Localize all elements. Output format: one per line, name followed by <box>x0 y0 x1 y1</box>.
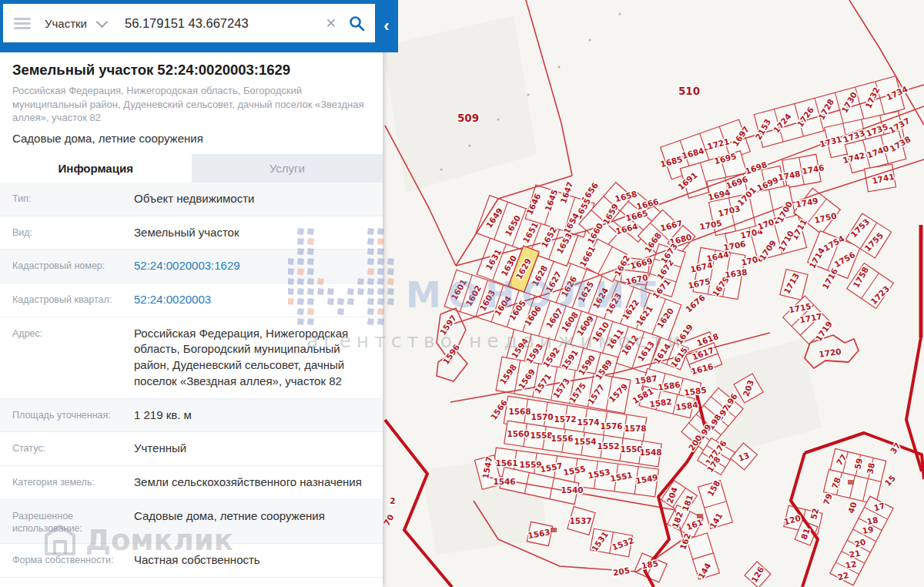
page-title: Земельный участок 52:24:0020003:1629 <box>12 62 370 79</box>
info-row: Категория земель:Земли сельскохозяйствен… <box>0 466 383 500</box>
info-row-label: Кадастровый квартал: <box>12 292 134 308</box>
info-row-label: Кадастровый номер: <box>12 258 134 274</box>
cadastral-map[interactable]: 5095102153172417261728173017321734168516… <box>383 0 924 587</box>
info-row: Форма собственности:Частная собственност… <box>0 544 383 578</box>
parcel-label[interactable]: 1576 <box>600 421 622 431</box>
info-panel: Земельный участок 52:24:0020003:1629 Рос… <box>0 0 383 587</box>
info-row-value: Земли сельскохозяйственного назначения <box>134 475 362 491</box>
parcel-label[interactable]: 15 <box>882 473 897 488</box>
building-footprint <box>848 480 854 485</box>
info-row: Площадь уточненная:1 219 кв. м <box>0 399 383 433</box>
parcel-label[interactable]: 1552 <box>597 441 619 451</box>
info-row-value[interactable]: 52:24:0020003 <box>134 292 211 308</box>
parcel-label[interactable]: 21 <box>849 548 861 559</box>
info-row-value: Российская Федерация, Нижегородская обла… <box>134 326 370 390</box>
search-header: Участки ✕ ‹ <box>0 0 398 52</box>
parcel-label[interactable]: 38 <box>865 462 876 475</box>
parcel-label[interactable]: 1574 <box>577 418 599 427</box>
survey-point <box>618 12 621 15</box>
info-row: Адрес:Российская Федерация, Нижегородска… <box>0 317 383 399</box>
parcel-label[interactable]: 1556 <box>551 434 573 443</box>
info-row-value[interactable]: 52:24:0020003:1629 <box>134 258 240 274</box>
parcel-label[interactable]: 1554 <box>574 437 596 446</box>
parcel-label[interactable]: 1540 <box>561 485 583 495</box>
parcel-label[interactable]: 1558 <box>530 431 552 440</box>
parcel-label[interactable]: 2 <box>390 496 395 505</box>
parcel-label[interactable]: 205 <box>612 565 631 578</box>
survey-point <box>440 168 442 170</box>
usage-text: Садовые дома, летние сооружения <box>12 132 370 145</box>
terrain-patch <box>383 15 537 193</box>
info-row-label: Статус: <box>12 441 134 457</box>
info-row-label: Вид: <box>12 225 134 241</box>
parcel-label[interactable]: 1578 <box>624 424 646 433</box>
tab-information[interactable]: Информация <box>0 154 192 183</box>
info-row-value: Садовые дома, летние сооружения <box>134 508 325 535</box>
survey-point <box>497 118 499 120</box>
parcel-label[interactable]: 1597 <box>437 313 458 337</box>
parcel-label[interactable]: 510 <box>678 85 700 97</box>
survey-point <box>527 93 529 96</box>
parcel-label[interactable]: 1546 <box>493 477 515 486</box>
parcel-label[interactable]: 1537 <box>569 516 591 525</box>
tab-services[interactable]: Услуги <box>192 154 383 183</box>
tab-bar: Информация Услуги <box>0 154 383 183</box>
info-row-label: Форма собственности: <box>12 552 134 569</box>
building-footprint <box>551 528 557 532</box>
parcel-summary: Земельный участок 52:24:0020003:1629 Рос… <box>0 52 383 171</box>
info-row: Кадастровый квартал:52:24:0020003 <box>0 283 383 317</box>
survey-point <box>557 65 560 68</box>
parcel-label[interactable]: 1716 <box>820 267 839 290</box>
parcel-label[interactable]: 12 <box>845 559 857 570</box>
info-row: Статус:Учтенный <box>0 432 383 466</box>
parcel-label[interactable]: 1720 <box>819 347 842 359</box>
info-row-value: 1 219 кв. м <box>134 408 192 424</box>
parcel-label[interactable]: 1676 <box>684 293 707 314</box>
hamburger-menu-button[interactable] <box>14 15 31 32</box>
info-row-value: Частная собственность <box>134 552 260 569</box>
parcel-label[interactable]: 70 <box>383 513 396 528</box>
parcel-label[interactable]: 509 <box>457 112 479 124</box>
parcel-label[interactable]: 1596 <box>440 342 461 366</box>
parcel-label[interactable]: 59 <box>853 458 864 470</box>
parcel-label[interactable]: 1560 <box>507 429 529 438</box>
info-rows: Тип:Объект недвижимостиВид:Земельный уча… <box>0 183 383 578</box>
survey-point <box>588 39 591 41</box>
parcel-label[interactable]: 40 <box>846 501 859 515</box>
info-row: Вид:Земельный участок <box>0 216 383 250</box>
search-input[interactable] <box>123 15 326 32</box>
info-row-value: Объект недвижимости <box>134 191 254 207</box>
info-row-label: Категория земель: <box>12 475 134 491</box>
search-category-dropdown[interactable]: Участки <box>45 17 87 30</box>
cadastral-map-svg[interactable]: 5095102153172417261728173017321734168516… <box>383 0 924 587</box>
parcel-label[interactable]: 1570 <box>531 412 553 421</box>
info-row-label: Адрес: <box>12 326 134 390</box>
parcel-label[interactable]: 1568 <box>508 407 531 416</box>
parcel-label[interactable]: 19 <box>862 525 874 535</box>
parcel-label[interactable]: 1572 <box>554 414 576 424</box>
info-row: Кадастровый номер:52:24:0020003:1629 <box>0 250 383 283</box>
info-row-label: Разрешенное использование: <box>12 508 134 535</box>
info-row: Тип:Объект недвижимости <box>0 183 383 216</box>
info-row: Разрешенное использование:Садовые дома, … <box>0 500 383 545</box>
info-row-value: Учтенный <box>134 441 186 457</box>
address-subtitle: Российская Федерация, Нижегородская обла… <box>12 84 370 125</box>
parcel-label[interactable]: 1559 <box>519 460 541 469</box>
info-row-label: Тип: <box>12 191 134 207</box>
chevron-down-icon <box>96 15 109 28</box>
collapse-panel-button[interactable]: ‹ <box>377 0 397 52</box>
clear-search-icon[interactable]: ✕ <box>326 15 336 32</box>
info-row-label: Площадь уточненная: <box>12 408 134 424</box>
parcel-label[interactable]: 1561 <box>495 458 517 468</box>
parcel-label[interactable]: 1548 <box>639 448 661 457</box>
search-icon[interactable] <box>347 14 366 32</box>
info-row-value: Земельный участок <box>134 225 239 241</box>
search-bar: Участки ✕ <box>3 4 375 42</box>
survey-point <box>468 144 470 146</box>
